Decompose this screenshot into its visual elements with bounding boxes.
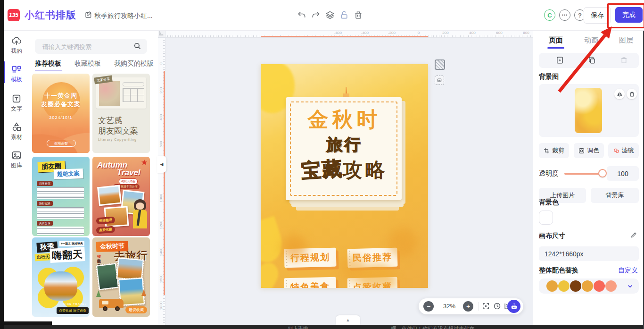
chevron-up-icon: ▲ (346, 318, 350, 322)
canvas-area[interactable]: -600 -400 -200 0 200 400 600 800 1000 12… (158, 30, 533, 325)
template-library-panel: 推荐模板 收藏模板 我购买的模版 十一黄金周 发圈必备文案 — 2024/10/… (29, 30, 158, 325)
poster-page[interactable]: 金秋时 旅行 宝藏攻略 行程规划 民俗推荐 特色美食 点赞收藏 (261, 64, 428, 288)
chevron-down-icon[interactable] (627, 283, 634, 290)
sidebar-item-assets[interactable]: 素材 (4, 122, 29, 141)
flip-horizontal-icon[interactable] (614, 89, 625, 99)
template-card-golden-week[interactable]: 十一黄金周 发圈必备文案 — 2024/10/1 假期必看! (32, 74, 90, 153)
poster-tag: 民俗推荐 (347, 248, 397, 268)
palette-swatch[interactable] (594, 280, 605, 292)
opacity-label: 透明度 (539, 169, 559, 178)
redo-icon[interactable] (311, 10, 321, 20)
palette-swatch[interactable] (582, 280, 593, 292)
duplicate-page-icon[interactable] (588, 56, 596, 65)
text-block (37, 187, 84, 199)
robot-icon (510, 303, 518, 311)
window-edge (0, 0, 4, 329)
ai-assistant-button[interactable] (507, 300, 520, 313)
sidebar-item-gallery[interactable]: 图库 (4, 150, 29, 169)
lock-icon[interactable] (339, 10, 349, 20)
ruler-corner-icon[interactable] (158, 30, 165, 38)
app-logo[interactable]: 135 (8, 9, 20, 21)
add-page-icon[interactable] (556, 56, 564, 65)
search-box[interactable] (35, 39, 147, 54)
canvas-size-input[interactable]: 1242*1660px (539, 246, 639, 261)
sidebar-item-text[interactable]: 文字 (4, 93, 29, 113)
horizontal-ruler: -600 -400 -200 0 200 400 600 800 1000 12… (158, 30, 533, 38)
background-color-label: 背景色 (539, 198, 559, 207)
sidebar-item-templates[interactable]: 模板 (4, 64, 29, 84)
search-input[interactable] (41, 39, 133, 55)
template-card-friends-copy[interactable]: 朋友圈 超绝文案 日常分享 旅行记录 美食分享 (32, 157, 90, 236)
crop-icon (544, 148, 550, 154)
ginkgo-leaf-graphic (261, 259, 283, 288)
custom-recolor-link[interactable]: 自定义 (618, 266, 638, 275)
palette-swatch[interactable] (570, 280, 581, 292)
poster-tag: 点赞收藏 (347, 277, 397, 288)
edit-canvas-size-icon[interactable] (630, 231, 637, 238)
tab-layers[interactable]: 图层 (619, 36, 633, 45)
text-icon (11, 93, 22, 104)
edit-doc-title-icon[interactable] (85, 11, 92, 18)
zoom-out-button[interactable]: − (423, 301, 434, 312)
photo-graphic (97, 185, 122, 206)
active-tab-underline (35, 70, 62, 71)
delete-page-icon[interactable] (620, 56, 628, 65)
poster-tag: 特色美食 (284, 277, 336, 288)
background-color-swatch[interactable] (539, 211, 553, 225)
background-image-panel (539, 84, 639, 137)
copyright-icon[interactable]: C (544, 9, 555, 21)
filter-button[interactable]: 滤镜 (608, 143, 639, 158)
tab-recommended-templates[interactable]: 推荐模板 (35, 59, 61, 68)
palette-swatch[interactable] (605, 280, 617, 292)
template-card-hi-fly[interactable]: #一篇文 玩转秋天 秋季 出行无忧 嗨翻天 NICE TRAVEL 点赞收藏 旅… (32, 237, 90, 317)
template-card-autumn-travel[interactable]: Autumn Travel 与秋天约会 秋季旅游干货分享 保姆整理 点赞收藏 (92, 157, 150, 236)
delete-icon[interactable] (354, 10, 363, 20)
poster-title-line2: 旅行 (261, 134, 428, 156)
background-library-button[interactable]: 背景库 (591, 188, 639, 203)
document-title[interactable]: 秋季旅行攻略小红... (94, 12, 153, 20)
expand-bottom-panel-button[interactable]: ▲ (336, 315, 360, 325)
template-card-go-travel[interactable]: 金秋时节 去旅行 一起收集秋天记忆 建议收藏 (92, 237, 150, 317)
shapes-icon (11, 122, 22, 132)
sidebar-item-mine[interactable]: 我的 (4, 36, 29, 55)
photo-graphic (99, 81, 120, 106)
opacity-slider[interactable] (564, 173, 602, 175)
zoom-in-button[interactable]: + (463, 301, 473, 312)
text-block (37, 227, 84, 235)
fit-screen-icon[interactable] (482, 302, 490, 310)
palette-swatch[interactable] (558, 280, 570, 292)
history-icon[interactable] (493, 302, 501, 310)
layers-icon[interactable] (325, 10, 335, 20)
taskbar-text: 嘿，伙伴们！你们有没有想过去代在 (391, 325, 474, 329)
tab-page[interactable]: 页面 (549, 36, 563, 45)
divider (478, 302, 479, 311)
adjust-color-button[interactable]: 调色 (574, 143, 604, 158)
crop-button[interactable]: 裁剪 (539, 143, 569, 158)
palette-bar[interactable] (539, 278, 639, 294)
tab-purchased-templates[interactable]: 我购买的模版 (114, 59, 154, 68)
template-badge: 假期必看! (47, 140, 76, 147)
template-card-literary[interactable]: 文案分享 文艺感 朋友圈文案 Literary Copywriting (92, 74, 150, 153)
background-thumbnail[interactable] (575, 88, 602, 133)
tab-favorite-templates[interactable]: 收藏模板 (74, 59, 101, 68)
ginkgo-leaf-graphic (261, 216, 287, 266)
zoom-level[interactable]: 32% (438, 303, 461, 310)
feedback-chat-icon[interactable]: ••• (559, 9, 570, 21)
recolor-label: 整体配色替换 (539, 266, 578, 275)
palette-swatch[interactable] (546, 280, 558, 292)
zoom-toolbar: − 32% + (419, 298, 523, 314)
opacity-slider-knob[interactable] (598, 169, 607, 177)
grid-graphic (123, 88, 144, 102)
autumn-photo (44, 271, 77, 301)
poster-tag: 行程规划 (284, 248, 336, 268)
select-image-icon[interactable] (435, 76, 444, 85)
search-icon[interactable] (133, 42, 141, 50)
remove-background-icon[interactable] (627, 89, 637, 99)
collapse-panel-button[interactable]: ◀ (157, 156, 166, 173)
undo-icon[interactable] (297, 10, 306, 20)
opacity-value[interactable]: 100 (607, 166, 639, 181)
tab-animation[interactable]: 动画 (584, 36, 598, 45)
ruler-selection-highlight (164, 71, 165, 295)
pattern-fill-icon[interactable] (435, 59, 445, 70)
top-bar: 135 小红书排版 秋季旅行攻略小红... C ••• ? 保存 完成 (4, 0, 644, 31)
